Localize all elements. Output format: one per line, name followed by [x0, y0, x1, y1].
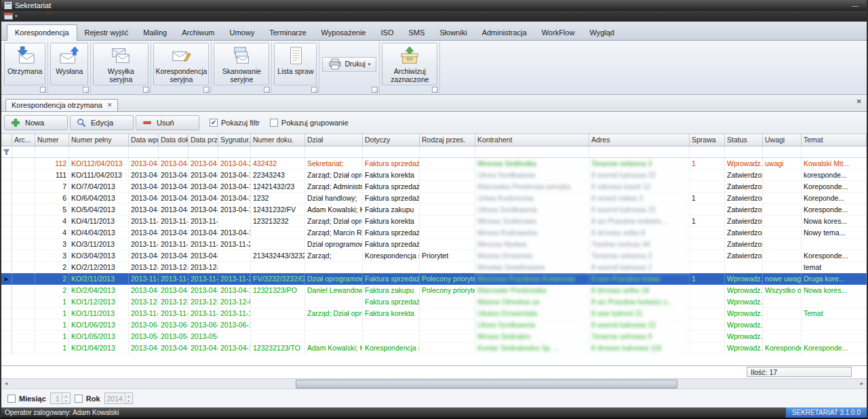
column-header-sygnatur[interactable]: Sygnatur... — [218, 134, 251, 146]
delete-button[interactable]: Usuń — [136, 115, 199, 130]
filter-cell-numer[interactable] — [35, 146, 69, 157]
table-row[interactable]: ▶2KO/2/11/20132013-11-202013-11-042013-1… — [1, 273, 867, 285]
month-spinner-buttons[interactable]: ▲▼ — [62, 393, 70, 403]
table-row[interactable]: 1KO/1/11/20132013-11-182013-11-182013-11… — [1, 308, 867, 319]
ribbon-tab-korespondencja[interactable]: Korespondencja — [7, 24, 77, 41]
ribbon-tab-wyposażenie[interactable]: Wyposażenie — [314, 25, 374, 40]
dialog-launcher-icon[interactable] — [372, 87, 378, 93]
close-document-icon[interactable]: ✕ — [856, 98, 862, 105]
ribbon-tab-terminarze[interactable]: Terminarze — [262, 25, 313, 40]
show-filter-checkbox[interactable]: ✔ Pokazuj filtr — [210, 119, 260, 127]
spin-down-icon[interactable]: ▼ — [125, 399, 132, 404]
column-header-adres[interactable]: Adres — [589, 134, 690, 146]
edit-button[interactable]: Edycja — [70, 115, 134, 130]
spin-up-icon[interactable]: ▲ — [125, 393, 132, 399]
filter-cell-uwagi[interactable] — [763, 146, 802, 157]
table-row[interactable]: 1KO/1/12/20132013-12-032013-12-032013-12… — [1, 296, 867, 308]
dialog-launcher-icon[interactable] — [432, 87, 438, 93]
dialog-launcher-icon[interactable] — [264, 87, 270, 93]
table-row[interactable]: 2KO/2/04/20132013-04-122013-04-122013-04… — [1, 285, 867, 296]
ribbon-tab-rejestr-wyjść[interactable]: Rejestr wyjść — [77, 25, 136, 40]
table-row[interactable]: 7KO/7/04/20132013-04-122013-04-122013-04… — [1, 181, 867, 193]
ribbon-tab-słowniki[interactable]: Słowniki — [432, 25, 474, 40]
table-row[interactable]: 6KO/6/04/20132013-04-122013-04-122013-04… — [1, 193, 867, 204]
filter-cell-rodzaj-przes[interactable] — [420, 146, 475, 157]
ribbon-tab-umowy[interactable]: Umowy — [222, 25, 262, 40]
dialog-launcher-icon[interactable] — [311, 87, 317, 93]
tab-korespondencja-otrzymana[interactable]: Korespondencja otrzymana ✕ — [5, 99, 118, 111]
ribbon-tab-archiwum[interactable]: Archiwum — [174, 25, 222, 40]
ribbon-tab-iso[interactable]: ISO — [373, 25, 401, 40]
ribbon-tab-mailing[interactable]: Mailing — [136, 25, 174, 40]
show-grouping-checkbox[interactable]: Pokazuj grupowanie — [270, 119, 349, 127]
dialog-launcher-icon[interactable] — [40, 87, 46, 93]
table-row[interactable]: 4KO/4/04/20132013-04-122013-04-122013-04… — [1, 227, 867, 239]
column-header-kontrahent[interactable]: Kontrahent — [475, 134, 589, 146]
dialog-launcher-icon[interactable] — [83, 87, 89, 93]
ribbon-button-korespondencja-seryjna[interactable]: Korespondencja seryjna — [153, 43, 209, 85]
filter-cell-data-dok[interactable] — [159, 146, 189, 157]
table-row[interactable]: 111KO/111/04/20132013-04-122013-04-12201… — [1, 169, 867, 181]
filter-cell-data-wpr[interactable] — [129, 146, 159, 157]
ribbon-button-archiwizuj-zaznaczone[interactable]: Archiwizuj zaznaczone — [382, 43, 437, 85]
table-row[interactable]: 4KO/4/11/20132013-11-252013-11-222013-11… — [1, 216, 867, 227]
table-row[interactable]: 2KO/2/12/20132013-12-032013-12-032013-12… — [1, 262, 867, 273]
column-header-rodzaj-przes[interactable]: Rodzaj przes. — [420, 134, 475, 146]
column-header-uwagi[interactable]: Uwagi — [763, 134, 802, 146]
ribbon-tab-wygląd[interactable]: Wygląd — [582, 25, 622, 40]
column-header-numer-doku[interactable]: Numer doku. — [251, 134, 305, 146]
filter-cell-arc[interactable] — [12, 146, 35, 157]
column-header-data-prze[interactable]: Data prze... — [189, 134, 218, 146]
column-header-numer[interactable]: Numer — [35, 134, 69, 146]
ribbon-button-wysyłka-seryjna[interactable]: Wysyłka seryjna — [93, 43, 149, 85]
filter-cell-sprawa[interactable] — [690, 146, 725, 157]
close-tab-icon[interactable]: ✕ — [107, 102, 113, 108]
filter-cell-status[interactable] — [725, 146, 763, 157]
filter-cell-numer-doku[interactable] — [251, 146, 305, 157]
filter-cell-kontrahent[interactable] — [475, 146, 589, 157]
dialog-launcher-icon[interactable] — [203, 87, 210, 93]
table-row[interactable]: 1KO/1/05/20132013-05-142013-05-142013-05… — [1, 331, 867, 342]
column-header-data-dok[interactable]: Data dok. — [159, 134, 189, 146]
month-checkbox[interactable]: Miesiąc — [7, 395, 46, 403]
column-header-dotyczy[interactable]: Dotyczy — [363, 134, 420, 146]
ribbon-tab-administracja[interactable]: Administracja — [475, 25, 534, 40]
filter-cell-dział[interactable] — [305, 146, 363, 157]
ribbon-button-drukuj[interactable]: Drukuj▾ — [322, 57, 376, 72]
ribbon-button-skanowanie-seryjne[interactable]: Skanowanie seryjne — [214, 43, 269, 85]
table-row[interactable]: 5KO/5/04/20132013-04-122013-04-122013-04… — [1, 204, 867, 216]
ribbon-tab-workflow[interactable]: WorkFlow — [534, 25, 583, 40]
ribbon-button-wysłana[interactable]: Wysłana — [50, 43, 88, 85]
table-row[interactable]: 3KO/3/04/20132013-04-122013-04-122013-04… — [1, 250, 867, 262]
ribbon-button-otrzymana[interactable]: Otrzymana — [4, 43, 45, 85]
scroll-left-icon[interactable]: ◄ — [1, 379, 11, 388]
table-row[interactable]: 3KO/3/11/20132013-11-202013-11-202013-11… — [1, 239, 867, 250]
filter-cell-adres[interactable] — [589, 146, 690, 157]
year-checkbox[interactable]: Rok — [75, 395, 100, 403]
filter-cell-sygnatur[interactable] — [218, 146, 251, 157]
spin-down-icon[interactable]: ▼ — [62, 399, 70, 404]
column-header-sprawa[interactable]: Sprawa — [690, 134, 725, 146]
year-spinner[interactable]: 2014 ▲▼ — [104, 393, 133, 404]
column-header-arc[interactable]: Arc... — [12, 134, 35, 146]
scroll-right-icon[interactable]: ► — [857, 379, 867, 388]
table-row[interactable]: 1KO/1/06/20132013-06-102013-06-102013-06… — [1, 319, 867, 331]
horizontal-scrollbar[interactable]: ◄ ► — [1, 378, 867, 388]
spin-up-icon[interactable]: ▲ — [62, 393, 70, 399]
filter-cell-dotyczy[interactable] — [363, 146, 420, 157]
month-spinner[interactable]: 1 ▲▼ — [50, 393, 71, 404]
system-menu-icon[interactable] — [4, 12, 14, 20]
minimize-button[interactable]: — — [846, 2, 864, 9]
filter-cell-data-prze[interactable] — [189, 146, 218, 157]
filter-cell-numer-pełny[interactable] — [69, 146, 129, 157]
qat-dropdown-icon[interactable]: ▾ — [15, 14, 18, 19]
new-button[interactable]: Nowa — [4, 115, 68, 130]
year-spinner-buttons[interactable]: ▲▼ — [125, 393, 132, 403]
column-header-status[interactable]: Status — [725, 134, 763, 146]
column-header-dział[interactable]: Dział — [305, 134, 363, 146]
table-row[interactable]: 112KO/112/04/20132013-04-252013-04-25201… — [1, 158, 867, 169]
filter-cell-temat[interactable] — [802, 146, 867, 157]
table-row[interactable]: 1KO/1/04/20132013-04-122013-04-122013-04… — [1, 342, 867, 354]
column-header-temat[interactable]: Temat — [802, 134, 867, 146]
ribbon-tab-sms[interactable]: SMS — [401, 25, 432, 40]
